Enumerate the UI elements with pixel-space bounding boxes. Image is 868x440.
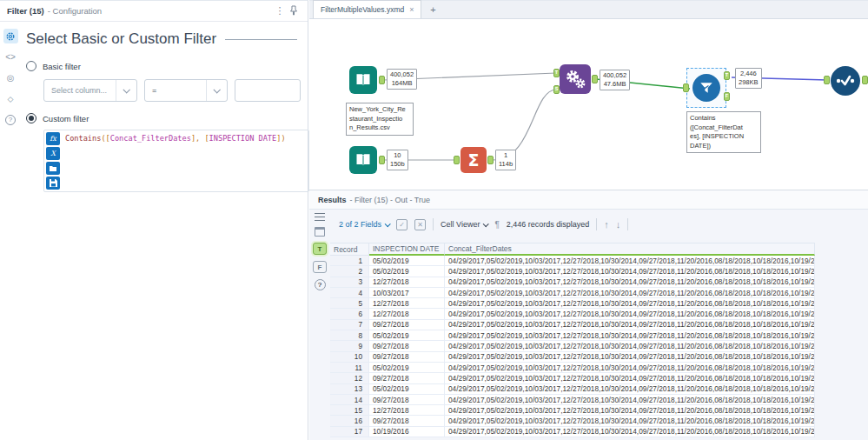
append-fields-tool[interactable] (560, 64, 591, 94)
concat-filterdates-cell[interactable]: 04/29/2017,05/02/2019,10/03/2017,12/27/2… (445, 384, 815, 395)
workflow-tab[interactable]: FilterMultipleValues.yxmd × (313, 0, 421, 18)
tool-annotation[interactable]: Contains ([Concat_FilterDat es], [INSPEC… (686, 111, 761, 153)
summarize-tool[interactable]: Σ (461, 147, 487, 173)
filter-tool[interactable] (692, 74, 720, 102)
inspection-date-cell[interactable]: 09/27/2018 (369, 320, 445, 330)
variables-icon[interactable]: X (46, 147, 60, 160)
output-anchor[interactable] (592, 75, 598, 83)
concat-filterdates-cell[interactable]: 04/29/2017,05/02/2019,10/03/2017,12/27/2… (445, 320, 815, 330)
output-anchor[interactable] (379, 76, 385, 84)
basic-filter-radio[interactable] (26, 61, 36, 71)
tool-annotation[interactable]: New_York_City_Re staurant_Inspectio n_Re… (346, 103, 414, 136)
concat-filterdates-cell[interactable]: 04/29/2017,05/02/2019,10/03/2017,12/27/2… (445, 277, 815, 288)
more-options-icon[interactable]: ⋮ (273, 5, 287, 17)
table-row[interactable]: 12 09/27/2018 04/29/2017,05/02/2019,10/0… (330, 373, 815, 383)
new-workflow-tab-icon[interactable]: + (421, 0, 444, 18)
window-icon[interactable] (315, 227, 325, 237)
save-expression-icon[interactable] (46, 177, 60, 190)
profile-list-icon[interactable] (315, 213, 325, 221)
inspection-date-cell[interactable]: 10/19/2016 (369, 427, 445, 437)
concat-filterdates-cell[interactable]: 04/29/2017,05/02/2019,10/03/2017,12/27/2… (445, 416, 815, 426)
custom-filter-option[interactable]: Custom filter (26, 113, 301, 123)
table-row[interactable]: 16 09/27/2018 04/29/2017,05/02/2019,10/0… (330, 416, 815, 426)
table-row[interactable]: 10 09/27/2018 04/29/2017,05/02/2019,10/0… (330, 352, 815, 363)
scroll-up-icon[interactable]: ↑ (604, 219, 609, 230)
concat-filterdates-cell[interactable]: 04/29/2017,05/02/2019,10/03/2017,12/27/2… (445, 288, 815, 298)
table-row[interactable]: 8 05/02/2019 04/29/2017,05/02/2019,10/03… (330, 330, 815, 341)
concat-filterdates-cell[interactable]: 04/29/2017,05/02/2019,10/03/2017,12/27/2… (445, 266, 815, 277)
whitespace-toggle-icon[interactable]: ¶ (494, 220, 499, 230)
inspection-date-cell[interactable]: 09/27/2018 (369, 352, 445, 363)
column-header-inspection-date[interactable]: INSPECTION DATE (369, 243, 445, 256)
input-anchor[interactable] (454, 156, 460, 164)
custom-filter-radio[interactable] (26, 113, 36, 123)
output-anchor[interactable] (487, 156, 494, 164)
output-anchor[interactable] (379, 156, 385, 164)
input-data-tool-2[interactable] (349, 146, 377, 174)
deselect-all-icon[interactable]: ✕ (414, 219, 426, 230)
output-anchor[interactable] (862, 76, 868, 84)
performance-tab-icon[interactable]: ◎ (3, 70, 18, 85)
pin-icon[interactable] (287, 5, 301, 17)
table-row[interactable]: 13 05/02/2019 04/29/2017,05/02/2019,10/0… (330, 384, 815, 395)
fields-dropdown[interactable]: 2 of 2 Fields (339, 220, 389, 229)
true-output-anchor[interactable]: T (724, 71, 730, 80)
concat-filterdates-cell[interactable]: 04/29/2017,05/02/2019,10/03/2017,12/27/2… (445, 427, 815, 437)
browse-tool[interactable] (831, 66, 860, 96)
scroll-down-icon[interactable]: ↓ (616, 219, 621, 230)
table-row[interactable]: 4 10/03/2017 04/29/2017,05/02/2019,10/03… (330, 288, 815, 298)
filter-value-input[interactable] (235, 79, 301, 102)
table-row[interactable]: 17 10/19/2016 04/29/2017,05/02/2019,10/0… (330, 427, 815, 437)
table-row[interactable]: 5 12/27/2018 04/29/2017,05/02/2019,10/03… (330, 298, 815, 309)
help-icon[interactable]: ? (315, 279, 326, 290)
inspection-date-cell[interactable]: 05/02/2019 (369, 256, 445, 266)
table-row[interactable]: 2 05/02/2019 04/29/2017,05/02/2019,10/03… (330, 266, 815, 277)
inspection-date-cell[interactable]: 09/27/2018 (369, 341, 445, 351)
source-input-anchor[interactable]: S (553, 85, 560, 94)
table-row[interactable]: 9 09/27/2018 04/29/2017,05/02/2019,10/03… (330, 341, 815, 351)
column-header-record[interactable]: Record (330, 243, 369, 256)
operator-select[interactable]: = (144, 79, 228, 102)
inspection-date-cell[interactable]: 09/27/2018 (369, 373, 445, 383)
concat-filterdates-cell[interactable]: 04/29/2017,05/02/2019,10/03/2017,12/27/2… (445, 363, 815, 373)
functions-icon[interactable]: fx (46, 132, 60, 145)
inspection-date-cell[interactable]: 12/27/2018 (369, 309, 445, 319)
inspection-date-cell[interactable]: 12/27/2018 (369, 277, 445, 288)
table-row[interactable]: 3 12/27/2018 04/29/2017,05/02/2019,10/03… (330, 277, 815, 288)
concat-filterdates-cell[interactable]: 04/29/2017,05/02/2019,10/03/2017,12/27/2… (445, 352, 815, 363)
inspection-date-cell[interactable]: 09/27/2018 (369, 395, 445, 405)
concat-filterdates-cell[interactable]: 04/29/2017,05/02/2019,10/03/2017,12/27/2… (445, 341, 815, 351)
cell-viewer-dropdown[interactable]: Cell Viewer (441, 220, 487, 229)
expression-input[interactable]: Contains([Concat_FilterDates], [INSPECTI… (62, 130, 308, 191)
help-tab-icon[interactable]: ? (3, 112, 18, 127)
table-row[interactable]: 15 12/27/2018 04/29/2017,05/02/2019,10/0… (330, 405, 815, 416)
inspection-date-cell[interactable]: 12/27/2018 (369, 405, 445, 416)
inspection-date-cell[interactable]: 05/02/2019 (369, 266, 445, 277)
workflow-canvas[interactable]: 400,052164MB New_York_City_Re staurant_I… (309, 19, 868, 190)
inspection-date-cell[interactable]: 05/02/2019 (369, 384, 445, 395)
target-input-anchor[interactable]: T (553, 69, 560, 77)
concat-filterdates-cell[interactable]: 04/29/2017,05/02/2019,10/03/2017,12/27/2… (445, 395, 815, 405)
inspection-date-cell[interactable]: 05/02/2019 (369, 330, 445, 341)
close-tab-icon[interactable]: × (409, 5, 414, 14)
column-header-concat-filterdates[interactable]: Concat_FilterDates (445, 243, 815, 256)
inspection-date-cell[interactable]: 10/03/2017 (369, 288, 445, 298)
false-output-tab[interactable]: F (313, 261, 327, 273)
inspection-date-cell[interactable]: 12/27/2018 (369, 298, 445, 309)
table-row[interactable]: 1 05/02/2019 04/29/2017,05/02/2019,10/03… (330, 256, 815, 266)
concat-filterdates-cell[interactable]: 04/29/2017,05/02/2019,10/03/2017,12/27/2… (445, 373, 815, 383)
annotation-tab-icon[interactable]: <> (3, 50, 18, 64)
true-output-tab[interactable]: T (313, 243, 327, 255)
table-row[interactable]: 14 09/27/2018 04/29/2017,05/02/2019,10/0… (330, 395, 815, 405)
results-table[interactable]: Record INSPECTION DATE Concat_FilterDate… (330, 243, 815, 437)
table-row[interactable]: 7 09/27/2018 04/29/2017,05/02/2019,10/03… (330, 320, 815, 330)
concat-filterdates-cell[interactable]: 04/29/2017,05/02/2019,10/03/2017,12/27/2… (445, 256, 815, 266)
column-select[interactable]: Select column... (43, 79, 137, 102)
chevron-down-icon[interactable] (116, 80, 136, 101)
basic-filter-option[interactable]: Basic filter (26, 61, 301, 71)
chevron-down-icon[interactable] (206, 80, 227, 101)
input-anchor[interactable] (683, 83, 689, 92)
inspection-date-cell[interactable]: 05/02/2019 (369, 363, 445, 373)
concat-filterdates-cell[interactable]: 04/29/2017,05/02/2019,10/03/2017,12/27/2… (445, 330, 815, 341)
concat-filterdates-cell[interactable]: 04/29/2017,05/02/2019,10/03/2017,12/27/2… (445, 309, 815, 319)
